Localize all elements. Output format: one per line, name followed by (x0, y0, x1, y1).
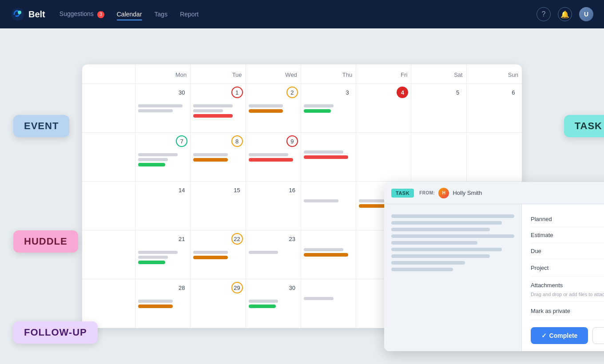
cal-cell-thu-w2[interactable] (301, 133, 356, 182)
day-num-22: 22 (231, 233, 243, 245)
attachments-label: Attachments (531, 282, 563, 289)
cal-cell-wed-w5[interactable]: 30 (246, 279, 301, 328)
day-num-6: 6 (508, 87, 519, 98)
event-bar-orange (193, 256, 228, 259)
task-content-line (391, 248, 502, 251)
cal-cell-mon-w5[interactable]: 28 (135, 279, 191, 328)
task-content-line (391, 261, 465, 265)
day-num-29: 29 (231, 282, 243, 293)
cal-cell-thu-w5[interactable] (301, 279, 356, 328)
cal-cell-wed-w1[interactable]: 2 (246, 84, 301, 133)
event-line (138, 153, 178, 156)
event-line (249, 104, 283, 107)
cal-cell-sat-w2[interactable] (411, 133, 466, 182)
day-num-9: 9 (286, 135, 298, 147)
cal-cell-mon-w3[interactable]: 14 (135, 182, 191, 230)
suggestions-badge: 3 (97, 11, 104, 18)
day-num-21: 21 (176, 233, 187, 245)
estimate-row: Estimate 30 min ∨ (531, 227, 604, 243)
cal-cell-tue-w2[interactable]: 8 (191, 133, 246, 182)
from-name: Holly Smith (453, 190, 482, 196)
event-line (304, 297, 334, 300)
event-line (249, 153, 288, 156)
week2-time (82, 133, 135, 182)
event-line (304, 150, 343, 154)
cal-cell-tue-w4[interactable]: 22 (191, 230, 246, 279)
header-tue: Tue (191, 64, 246, 83)
nav-links: Suggestions 3 Calendar Tags Report (60, 10, 536, 18)
cal-cell-mon-w1[interactable]: 30 (135, 84, 191, 133)
event-float-label: EVENT (13, 115, 69, 137)
event-bar-orange (304, 253, 348, 257)
day-num-1: 1 (231, 87, 243, 98)
event-line (193, 109, 223, 112)
header-sat: Sat (411, 64, 466, 83)
cal-cell-tue-w3[interactable]: 15 (191, 182, 246, 230)
notifications-button[interactable]: 🔔 (558, 7, 572, 21)
event-line (193, 153, 228, 156)
task-content-line (391, 254, 490, 258)
task-content-line (391, 234, 514, 238)
nav-logo[interactable]: Belt (11, 7, 45, 21)
week4-time (82, 230, 135, 279)
navbar: Belt Suggestions 3 Calendar Tags Report … (0, 0, 604, 28)
mark-private-label: Mark as private (531, 308, 570, 314)
cal-cell-thu-w3[interactable] (301, 182, 356, 230)
day-num-15: 15 (231, 184, 243, 196)
task-content-line (391, 241, 477, 245)
task-float-label: TASK (564, 115, 604, 137)
cal-cell-wed-w4[interactable]: 23 (246, 230, 301, 279)
event-line (138, 109, 173, 112)
help-button[interactable]: ? (536, 7, 551, 21)
user-avatar[interactable]: U (579, 7, 593, 21)
nav-tags[interactable]: Tags (155, 11, 168, 18)
cal-cell-thu-w4[interactable] (301, 230, 356, 279)
event-line (138, 256, 168, 259)
cal-cell-sat-w1[interactable]: 5 (411, 84, 466, 133)
estimate-label: Estimate (531, 232, 553, 238)
day-num-7: 7 (176, 135, 187, 147)
cal-cell-tue-w1[interactable]: 1 (191, 84, 246, 133)
cal-cell-mon-w4[interactable]: 21 (135, 230, 191, 279)
event-line (138, 251, 178, 254)
cal-cell-sun-w2[interactable] (467, 133, 522, 182)
cal-cell-sun-w1[interactable]: 6 (467, 84, 522, 133)
cal-cell-wed-w2[interactable]: 9 (246, 133, 301, 182)
nav-report[interactable]: Report (180, 11, 199, 18)
due-label: Due (531, 248, 541, 254)
event-line (138, 104, 183, 107)
day-num-3: 3 (342, 87, 353, 98)
event-bar-green (138, 261, 165, 264)
empty-header (82, 64, 135, 83)
event-bar-green (138, 163, 165, 166)
attachments-row: Attachments + Add Drag and drop or add f… (531, 277, 604, 302)
day-num-30b: 30 (286, 282, 298, 293)
project-label: Project (531, 265, 548, 271)
cal-cell-wed-w3[interactable]: 16 (246, 182, 301, 230)
event-bar-red (304, 155, 348, 159)
cal-cell-fri-w1[interactable]: 4 (356, 84, 411, 133)
logo-icon (11, 7, 25, 21)
planned-label: Planned (531, 216, 552, 222)
task-content-line (391, 268, 453, 271)
main-content: EVENT TASK HUDDLE FOLLOW-UP Mon Tue Wed … (0, 28, 604, 364)
week5-time (82, 279, 135, 328)
app-name: Belt (28, 9, 45, 20)
event-line (304, 199, 338, 202)
nav-calendar[interactable]: Calendar (117, 11, 142, 18)
event-line (304, 248, 343, 251)
nav-actions: ? 🔔 U (536, 7, 593, 21)
cal-cell-fri-w2[interactable] (356, 133, 411, 182)
delegate-button[interactable]: ↻ Delegate (592, 327, 604, 344)
day-num-8: 8 (231, 135, 243, 147)
checkmark-icon: ✓ (541, 332, 547, 339)
cal-cell-thu-w1[interactable]: 3 (301, 84, 356, 133)
nav-suggestions[interactable]: Suggestions 3 (60, 10, 104, 18)
event-line (249, 300, 278, 303)
week1-time (82, 84, 135, 133)
cal-cell-tue-w5[interactable]: 29 (191, 279, 246, 328)
complete-button[interactable]: ✓ Complete (531, 327, 588, 344)
cal-cell-mon-w2[interactable]: 7 (135, 133, 191, 182)
event-bar-green (249, 305, 276, 308)
event-bar-green (304, 109, 331, 113)
